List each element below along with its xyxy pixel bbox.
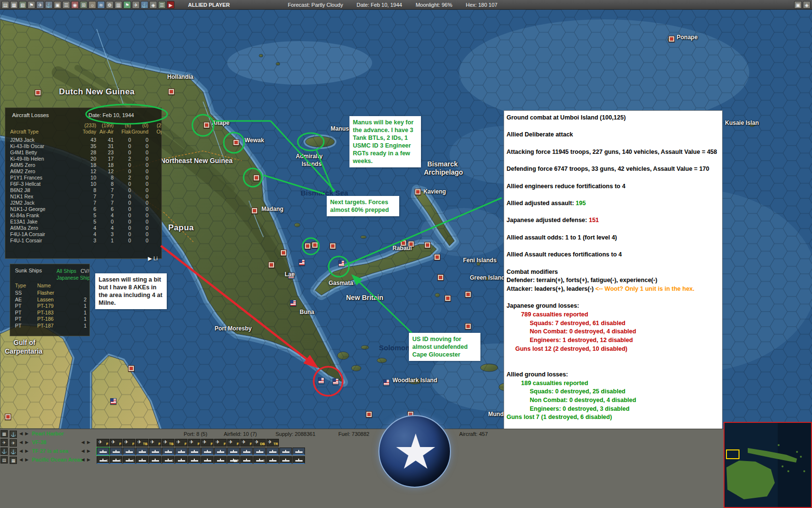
- strategic-map[interactable]: Dutch New GuineaHollandiaAitapeWewakNort…: [0, 10, 812, 429]
- ship-cell[interactable]: [123, 448, 135, 455]
- misc-strip-right-button[interactable]: ▶: [87, 457, 90, 462]
- close-screen-icon[interactable]: ◈: [803, 1, 811, 9]
- ship-cell[interactable]: [162, 448, 174, 455]
- group-cell[interactable]: [240, 456, 253, 464]
- next-tf-button[interactable]: ▶: [25, 448, 29, 453]
- settings-icon[interactable]: ⚙: [106, 1, 114, 9]
- aircraft-group-cell[interactable]: ✈ F: [175, 439, 188, 447]
- group-cell[interactable]: [266, 456, 279, 464]
- prev-area-button[interactable]: ◀: [19, 457, 23, 462]
- aircraft-group-cell[interactable]: ✈ DB: [253, 439, 266, 447]
- unit-counter[interactable]: [168, 89, 174, 95]
- ship-cell[interactable]: [97, 448, 109, 455]
- group-cell[interactable]: [279, 456, 292, 464]
- unit-counter[interactable]: [465, 291, 471, 298]
- aircraft-group-cell[interactable]: ✈ F: [227, 439, 240, 447]
- group-cell[interactable]: ≡: [97, 456, 109, 464]
- unit-counter[interactable]: [424, 242, 431, 248]
- list-icon[interactable]: ☰: [62, 1, 70, 9]
- ship-cell[interactable]: [136, 448, 148, 455]
- ship-cell[interactable]: [188, 448, 201, 455]
- unit-counter[interactable]: [668, 36, 675, 42]
- group-cell[interactable]: [214, 456, 227, 464]
- prev-screen-icon[interactable]: ▣: [794, 1, 802, 9]
- ship-strip-right-button[interactable]: ▶: [87, 448, 90, 453]
- aircraft-group-cell[interactable]: ✈ F: [149, 439, 161, 447]
- unit-counter[interactable]: [253, 175, 260, 181]
- unit-counter[interactable]: [434, 254, 440, 260]
- unit-counter[interactable]: [299, 259, 305, 266]
- unit-counter[interactable]: [5, 414, 11, 420]
- unit-counter[interactable]: [268, 262, 275, 268]
- unit-counter[interactable]: [338, 260, 345, 267]
- strip-right-button[interactable]: ▶: [87, 440, 90, 445]
- diamond-icon[interactable]: ◈: [149, 1, 157, 9]
- ground-mode-icon[interactable]: ▣: [54, 1, 61, 9]
- naval-mode-icon[interactable]: ⚓: [45, 1, 53, 9]
- mini-mode-icon[interactable]: ✈: [0, 439, 8, 446]
- ship-cell[interactable]: [240, 448, 253, 455]
- selected-base-name[interactable]: Pearl Harbor: [32, 431, 64, 436]
- filter-japanese-ships[interactable]: Japanese Ships: [57, 275, 90, 281]
- ship-cell[interactable]: [110, 448, 122, 455]
- list-button[interactable]: ▶ Li: [148, 255, 158, 262]
- aircraft-group-cell[interactable]: ✈ TB: [162, 439, 174, 447]
- strip-left-button[interactable]: ◀: [81, 440, 85, 445]
- aircraft-group-cell[interactable]: ✈ F: [123, 439, 135, 447]
- map-icon[interactable]: ▧: [19, 1, 27, 9]
- group-cell[interactable]: [201, 456, 214, 464]
- unit-counter[interactable]: [233, 139, 239, 146]
- prev-tf-button[interactable]: ◀: [19, 448, 23, 453]
- group-cell[interactable]: [175, 456, 188, 464]
- group-cell[interactable]: ≡: [253, 456, 266, 464]
- aircraft-group-cell[interactable]: ✈ F: [240, 439, 253, 447]
- unit-counter[interactable]: [290, 300, 296, 306]
- aircraft-group-cell[interactable]: ✈ TR: [266, 439, 279, 447]
- unit-counter[interactable]: [333, 378, 339, 385]
- group-cell[interactable]: BF: [227, 456, 240, 464]
- aircraft-group-cell[interactable]: ✈ TB: [136, 439, 148, 447]
- unit-counter[interactable]: [304, 243, 311, 249]
- weather-icon[interactable]: ☼: [88, 1, 96, 9]
- unit-counter[interactable]: [330, 243, 336, 249]
- ship-cell[interactable]: [266, 448, 279, 455]
- target-icon[interactable]: ◉: [71, 1, 79, 9]
- ship-cell[interactable]: [253, 448, 266, 455]
- ship-cell[interactable]: [279, 448, 292, 455]
- unit-counter[interactable]: [251, 208, 258, 214]
- mini-mode-icon[interactable]: ▦: [0, 430, 8, 437]
- mini-mode-icon[interactable]: ⚓: [0, 448, 8, 455]
- selected-area-name[interactable]: Pacific Ocean Areas: [32, 457, 83, 463]
- unit-counter[interactable]: [415, 189, 421, 195]
- unit-counter[interactable]: [110, 398, 116, 404]
- selected-airgroup-name[interactable]: VF-38: [32, 439, 46, 445]
- aircraft-group-cell[interactable]: ✈ F: [188, 439, 201, 447]
- group-cell[interactable]: [292, 456, 305, 464]
- prev-base-button[interactable]: ◀: [19, 431, 23, 436]
- flag2-icon[interactable]: ⚑: [123, 1, 131, 9]
- unit-counter[interactable]: [445, 295, 451, 301]
- filter-all-ships[interactable]: All Ships: [57, 268, 76, 274]
- air-mode-icon[interactable]: ✈: [36, 1, 44, 9]
- group-cell[interactable]: ≡: [162, 456, 174, 464]
- mini-mode-icon[interactable]: ▤: [0, 456, 8, 463]
- save-icon[interactable]: ▦: [10, 1, 18, 9]
- unit-counter[interactable]: [280, 250, 287, 256]
- air2-icon[interactable]: ✈: [132, 1, 140, 9]
- ship-cell[interactable]: [292, 448, 305, 455]
- ship-cell[interactable]: [227, 448, 240, 455]
- ship-cell[interactable]: [149, 448, 161, 455]
- misc-strip-left-button[interactable]: ◀: [81, 457, 85, 462]
- ship-cell[interactable]: [214, 448, 227, 455]
- play-button[interactable]: ▶: [167, 1, 174, 9]
- prev-airgroup-button[interactable]: ◀: [19, 440, 23, 445]
- unit-counter[interactable]: [203, 122, 210, 128]
- sea-icon[interactable]: ≋: [97, 1, 105, 9]
- chart-icon[interactable]: ▥: [115, 1, 122, 9]
- ship-strip-left-button[interactable]: ◀: [81, 448, 85, 453]
- rows-icon[interactable]: ☰: [158, 1, 166, 9]
- selected-tf-name[interactable]: TF 27 is at sea: [32, 448, 68, 454]
- aircraft-group-cell[interactable]: ✈ F: [110, 439, 122, 447]
- group-cell[interactable]: [136, 456, 148, 464]
- ship-cell[interactable]: [175, 448, 188, 455]
